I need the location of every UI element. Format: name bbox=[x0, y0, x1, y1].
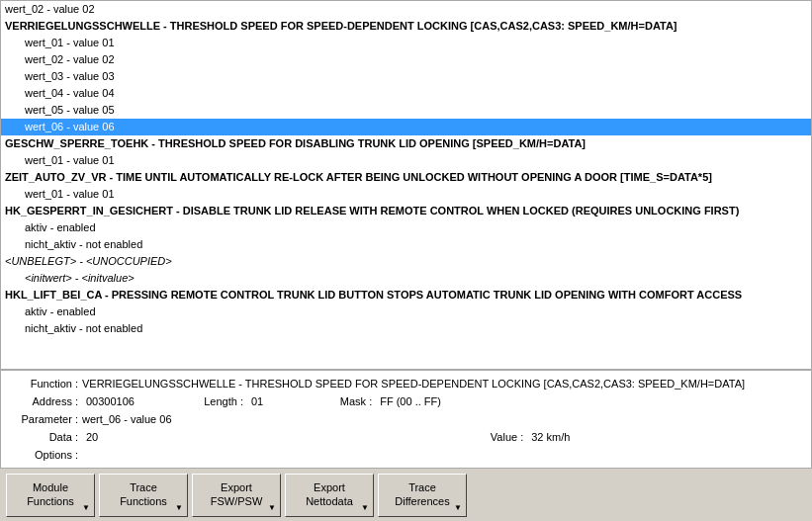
trace-functions-arrow: ▼ bbox=[174, 503, 184, 513]
export-fswpsw-button[interactable]: Export FSW/PSW ▼ bbox=[192, 474, 281, 517]
btn2-line1: Trace bbox=[130, 481, 157, 494]
length-label: Length : bbox=[174, 392, 243, 410]
options-label: Options : bbox=[9, 446, 78, 464]
parameter-row: Parameter : wert_06 - value 06 bbox=[9, 410, 803, 428]
table-row[interactable]: ZEIT_AUTO_ZV_VR - TIME UNTIL AUTOMATICAL… bbox=[1, 169, 811, 186]
btn4-line2: Nettodata bbox=[306, 495, 353, 508]
data-row: Data : 20 Value : 32 km/h bbox=[9, 428, 803, 446]
length-group: Length : 01 bbox=[174, 392, 263, 410]
module-functions-button[interactable]: Module Functions ▼ bbox=[6, 474, 95, 517]
export-nettodata-content: Export Nettodata bbox=[306, 481, 353, 508]
function-row: Function : VERRIEGELUNGSSCHWELLE - THRES… bbox=[9, 375, 803, 392]
table-row[interactable]: wert_03 - value 03 bbox=[1, 68, 811, 85]
trace-differences-content: Trace Differences bbox=[395, 481, 449, 508]
export-fswpsw-arrow: ▼ bbox=[267, 503, 277, 513]
table-row[interactable]: wert_02 - value 02 bbox=[1, 1, 811, 18]
address-value: 00300106 bbox=[86, 392, 135, 410]
table-row[interactable]: wert_02 - value 02 bbox=[1, 51, 811, 68]
trace-differences-arrow: ▼ bbox=[453, 503, 463, 513]
data-label: Data : bbox=[9, 428, 78, 446]
data-area[interactable]: wert_02 - value 02VERRIEGELUNGSSCHWELLE … bbox=[0, 0, 812, 370]
value-group: Value : 32 km/h bbox=[454, 428, 570, 446]
parameter-label: Parameter : bbox=[9, 410, 78, 428]
table-row[interactable]: nicht_aktiv - not enabled bbox=[1, 320, 811, 337]
value-value: 32 km/h bbox=[531, 428, 570, 446]
table-row[interactable]: wert_01 - value 01 bbox=[1, 35, 811, 51]
bottom-toolbar: Module Functions ▼ Trace Functions ▼ Exp… bbox=[0, 468, 812, 521]
function-label: Function : bbox=[9, 375, 78, 392]
table-row[interactable]: wert_01 - value 01 bbox=[1, 152, 811, 169]
btn1-line2: Functions bbox=[27, 495, 74, 508]
table-row[interactable]: wert_04 - value 04 bbox=[1, 85, 811, 102]
value-label: Value : bbox=[454, 428, 523, 446]
table-row[interactable]: wert_01 - value 01 bbox=[1, 186, 811, 203]
export-nettodata-arrow: ▼ bbox=[360, 503, 370, 513]
data-group: Data : 20 bbox=[9, 428, 98, 446]
module-functions-content: Module Functions bbox=[27, 481, 74, 508]
function-value: VERRIEGELUNGSSCHWELLE - THRESHOLD SPEED … bbox=[82, 375, 745, 392]
address-group: Address : 00300106 bbox=[9, 392, 135, 410]
btn3-line2: FSW/PSW bbox=[211, 495, 263, 508]
export-nettodata-button[interactable]: Export Nettodata ▼ bbox=[285, 474, 374, 517]
btn5-line2: Differences bbox=[395, 495, 449, 508]
main-container: wert_02 - value 02VERRIEGELUNGSSCHWELLE … bbox=[0, 0, 812, 521]
btn4-line1: Export bbox=[314, 481, 345, 494]
address-row: Address : 00300106 Length : 01 Mask : FF… bbox=[9, 392, 803, 410]
table-row[interactable]: aktiv - enabled bbox=[1, 304, 811, 320]
trace-differences-button[interactable]: Trace Differences ▼ bbox=[378, 474, 467, 517]
address-label: Address : bbox=[9, 392, 78, 410]
parameter-value: wert_06 - value 06 bbox=[82, 410, 172, 428]
btn1-line1: Module bbox=[33, 481, 68, 494]
options-row: Options : bbox=[9, 446, 803, 464]
length-value: 01 bbox=[251, 392, 263, 410]
table-row[interactable]: VERRIEGELUNGSSCHWELLE - THRESHOLD SPEED … bbox=[1, 18, 811, 35]
module-functions-arrow: ▼ bbox=[81, 503, 91, 513]
table-row[interactable]: wert_06 - value 06 bbox=[1, 119, 811, 135]
table-row[interactable]: HKL_LIFT_BEI_CA - PRESSING REMOTE CONTRO… bbox=[1, 287, 811, 304]
mask-group: Mask : FF (00 .. FF) bbox=[303, 392, 441, 410]
table-row[interactable]: nicht_aktiv - not enabled bbox=[1, 236, 811, 253]
data-value: 20 bbox=[86, 428, 98, 446]
table-row[interactable]: <initwert> - <initvalue> bbox=[1, 270, 811, 287]
detail-panel: Function : VERRIEGELUNGSSCHWELLE - THRES… bbox=[0, 370, 812, 468]
trace-functions-button[interactable]: Trace Functions ▼ bbox=[99, 474, 188, 517]
table-row[interactable]: aktiv - enabled bbox=[1, 219, 811, 236]
btn3-line1: Export bbox=[221, 481, 252, 494]
table-row[interactable]: wert_05 - value 05 bbox=[1, 102, 811, 119]
table-row[interactable]: GESCHW_SPERRE_TOEHK - THRESHOLD SPEED FO… bbox=[1, 135, 811, 152]
btn5-line1: Trace bbox=[408, 481, 436, 494]
export-fswpsw-content: Export FSW/PSW bbox=[211, 481, 263, 508]
trace-functions-content: Trace Functions bbox=[120, 481, 167, 508]
mask-label: Mask : bbox=[303, 392, 372, 410]
table-row[interactable]: HK_GESPERRT_IN_GESICHERT - DISABLE TRUNK… bbox=[1, 203, 811, 219]
btn2-line2: Functions bbox=[120, 495, 167, 508]
mask-value: FF (00 .. FF) bbox=[380, 392, 441, 410]
table-row[interactable]: <UNBELEGT> - <UNOCCUPIED> bbox=[1, 253, 811, 270]
